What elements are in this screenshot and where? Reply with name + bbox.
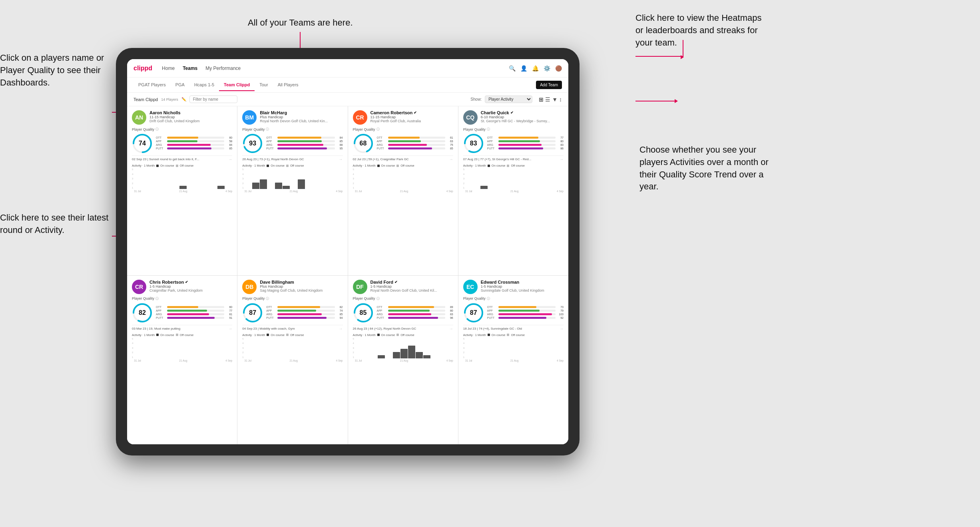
user-icon[interactable]: 👤 bbox=[520, 65, 527, 72]
y-label: 5 bbox=[353, 338, 354, 340]
player-name[interactable]: David Ford ✔ bbox=[370, 280, 453, 284]
chart-area bbox=[134, 338, 232, 358]
stat-row-arg: ARG 75 bbox=[377, 143, 453, 146]
show-label: Show: bbox=[470, 97, 482, 101]
add-team-button[interactable]: Add Team bbox=[536, 81, 562, 89]
show-select[interactable]: Player Activity Quality Score Trend bbox=[485, 95, 532, 103]
search-icon[interactable]: 🔍 bbox=[509, 65, 516, 72]
tab-pga[interactable]: PGA bbox=[171, 79, 189, 91]
player-grid: AN Aaron Nicholls 11-15 Handicap Drift G… bbox=[127, 106, 568, 444]
chart-label-start: 31 Jul bbox=[245, 190, 251, 193]
tab-team-clippd[interactable]: Team Clippd bbox=[219, 79, 255, 91]
round-arrow: → bbox=[449, 326, 453, 331]
tab-pgat[interactable]: PGAT Players bbox=[133, 79, 171, 91]
activity-section: Activity · 1 Month On course Off course … bbox=[463, 164, 564, 193]
player-name[interactable]: Cameron Robertson ✔ bbox=[370, 110, 453, 115]
chart-wrapper: 54321 bbox=[242, 338, 343, 362]
player-name[interactable]: Chris Robertson ✔ bbox=[149, 280, 232, 284]
on-course-label: On course bbox=[160, 164, 174, 167]
latest-round[interactable]: 02 Sep 23 | Sunset round to get back int… bbox=[132, 155, 232, 161]
stat-bar bbox=[277, 147, 327, 149]
nav-teams[interactable]: Teams bbox=[183, 64, 197, 73]
stat-bar-bg bbox=[167, 140, 224, 142]
player-card-header: CR Cameron Robertson ✔ 11-15 Handicap Ro… bbox=[353, 110, 453, 125]
info-icon: ⓘ bbox=[487, 127, 490, 131]
activity-label: Activity · 1 Month bbox=[242, 164, 265, 167]
stat-value: 73 bbox=[557, 306, 564, 308]
latest-round[interactable]: 26 Aug 23 | 84 (+12), Royal North Devon … bbox=[353, 325, 453, 331]
y-label: 4 bbox=[353, 173, 354, 175]
player-card[interactable]: CR Cameron Robertson ✔ 11-15 Handicap Ro… bbox=[348, 106, 458, 275]
list-view-icon[interactable]: ☰ bbox=[545, 96, 550, 103]
y-label: 5 bbox=[242, 168, 243, 171]
player-card[interactable]: CR Chris Robertson ✔ 1-5 Handicap Craigm… bbox=[127, 276, 237, 445]
activity-section: Activity · 1 Month On course Off course … bbox=[353, 164, 453, 193]
player-card[interactable]: AN Aaron Nicholls 11-15 Handicap Drift G… bbox=[127, 106, 237, 275]
quality-section[interactable]: 83 OTT 77 APP 80 ARG bbox=[463, 133, 564, 154]
y-label: 5 bbox=[132, 168, 133, 171]
player-card[interactable]: DB Dave Billingham Plus Handicap Sag Mag… bbox=[237, 276, 347, 445]
score-value: 74 bbox=[139, 140, 146, 147]
settings-icon[interactable]: ⚙️ bbox=[544, 65, 550, 72]
y-label: 1 bbox=[463, 356, 464, 358]
stat-bar bbox=[277, 306, 320, 308]
player-name[interactable]: Dave Billingham bbox=[260, 280, 343, 284]
bell-icon[interactable]: 🔔 bbox=[532, 65, 539, 72]
stat-bar bbox=[498, 306, 536, 308]
off-course-label: Off course bbox=[180, 164, 193, 167]
chart-bar-seg bbox=[408, 346, 415, 358]
stat-bar bbox=[498, 310, 540, 312]
chart-label-mid: 21 Aug bbox=[400, 190, 408, 193]
activity-header: Activity · 1 Month On course Off course bbox=[242, 164, 343, 167]
quality-section[interactable]: 68 OTT 61 APP 63 ARG bbox=[353, 133, 453, 154]
latest-round[interactable]: 26 Aug 23 | 73 (+1), Royal North Devon G… bbox=[242, 155, 343, 161]
score-value: 83 bbox=[470, 140, 477, 147]
tab-all-players[interactable]: All Players bbox=[273, 79, 303, 91]
quality-section[interactable]: 82 OTT 60 APP 77 ARG bbox=[132, 302, 232, 323]
latest-round[interactable]: 04 Sep 23 | Mobility with coach, Gym → bbox=[242, 325, 343, 331]
filter-input[interactable] bbox=[189, 95, 237, 103]
player-name[interactable]: Blair McHarg bbox=[260, 110, 343, 115]
tab-tour[interactable]: Tour bbox=[255, 79, 273, 91]
sort-icon[interactable]: ↕ bbox=[559, 96, 562, 103]
player-card[interactable]: BM Blair McHarg Plus Handicap Royal Nort… bbox=[237, 106, 347, 275]
latest-round[interactable]: 18 Jul 23 | 74 (+4), Sunningdale GC - Ol… bbox=[463, 325, 564, 331]
avatar-icon[interactable]: 🟤 bbox=[555, 65, 562, 72]
player-name[interactable]: Charlie Quick ✔ bbox=[481, 110, 564, 115]
grid-view-icon[interactable]: ⊞ bbox=[539, 96, 544, 103]
player-card[interactable]: CQ Charlie Quick ✔ 6-10 Handicap St. Geo… bbox=[458, 106, 568, 275]
nav-home[interactable]: Home bbox=[162, 64, 175, 73]
verified-icon: ✔ bbox=[510, 111, 514, 115]
quality-label: Player Quality ⓘ bbox=[463, 296, 564, 301]
nav-my-performance[interactable]: My Performance bbox=[205, 64, 241, 73]
stat-bar-bg bbox=[277, 144, 335, 146]
player-info: Blair McHarg Plus Handicap Royal North D… bbox=[260, 110, 343, 123]
stat-value: 82 bbox=[337, 306, 343, 308]
latest-round[interactable]: 03 Mar 23 | 19, Must make putting → bbox=[132, 325, 232, 331]
player-card[interactable]: DF David Ford ✔ 1-5 Handicap Royal North… bbox=[348, 276, 458, 445]
off-course-dot bbox=[507, 165, 509, 167]
off-course-dot bbox=[396, 165, 399, 167]
filter-icon[interactable]: ▼ bbox=[552, 96, 558, 103]
stat-value: 84 bbox=[337, 136, 343, 139]
stat-bar-bg bbox=[498, 313, 556, 315]
quality-section[interactable]: 87 OTT 82 APP 74 ARG bbox=[242, 302, 343, 323]
player-name[interactable]: Aaron Nicholls bbox=[149, 110, 232, 115]
quality-section[interactable]: 87 OTT 73 APP 79 ARG bbox=[463, 302, 564, 323]
stat-value: 83 bbox=[447, 313, 453, 316]
player-name[interactable]: Edward Crossman bbox=[481, 280, 564, 284]
quality-section[interactable]: 93 OTT 84 APP 85 ARG bbox=[242, 133, 343, 154]
tab-hcaps[interactable]: Hcaps 1-5 bbox=[189, 79, 219, 91]
quality-section[interactable]: 85 OTT 89 APP 80 ARG bbox=[353, 302, 453, 323]
latest-round[interactable]: 07 Aug 23 | 77 (+7), St George's Hill GC… bbox=[463, 155, 564, 161]
chart-wrapper: 54321 bbox=[353, 168, 453, 193]
stat-bar-bg bbox=[498, 144, 556, 146]
stat-label: APP bbox=[156, 140, 165, 143]
player-card-header: AN Aaron Nicholls 11-15 Handicap Drift G… bbox=[132, 110, 232, 125]
quality-section[interactable]: 74 OTT 60 APP 58 ARG bbox=[132, 133, 232, 154]
stat-row-app: APP 80 bbox=[487, 140, 564, 143]
player-card[interactable]: EC Edward Crossman 1-5 Handicap Sunningd… bbox=[458, 276, 568, 445]
latest-round[interactable]: 02 Jul 23 | 59 (+1), Craigmillar Park GC… bbox=[353, 155, 453, 161]
off-course-dot bbox=[286, 165, 289, 167]
edit-icon[interactable]: ✏️ bbox=[181, 97, 186, 101]
